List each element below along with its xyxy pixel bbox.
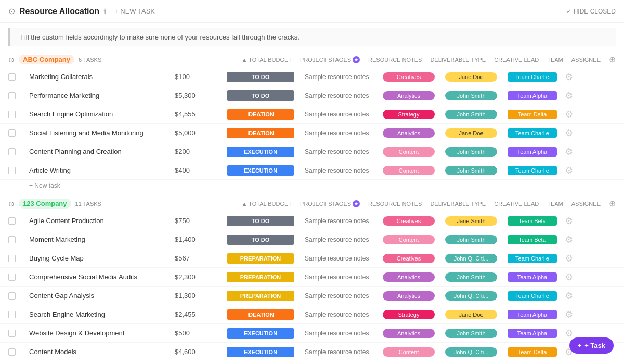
new-task-button[interactable]: + NEW TASK [110,5,159,17]
assignee-icon[interactable]: ⚙ [565,165,573,176]
task-checkbox[interactable] [8,148,29,155]
assignee-icon[interactable]: ⚙ [565,272,573,282]
task-checkbox[interactable] [8,129,29,137]
stages-star: ★ [353,200,360,207]
assignee-icon[interactable]: ⚙ [565,109,573,120]
task-checkbox[interactable] [8,311,29,318]
group-assignee-label: ASSIGNEE [571,57,601,63]
team: Team Charlie [508,166,565,175]
creative-lead-badge: John Q. Citi... [445,347,497,357]
resource-notes: Sample resource notes [305,348,383,356]
task-name: Agile Content Production [29,217,175,225]
assignee[interactable]: ⚙ [565,127,591,139]
assignee-icon[interactable]: ⚙ [565,253,573,264]
creative-lead-badge: John Smith [445,235,497,244]
creative-lead: John Smith [445,147,508,157]
task-checkbox[interactable] [8,167,29,174]
team-badge: Team Charlie [508,166,557,175]
assignee-icon[interactable]: ⚙ [565,147,573,157]
task-checkbox[interactable] [8,92,29,99]
task-stage: EXECUTION [227,165,305,176]
add-column-button[interactable]: ⊕ [609,55,616,64]
task-budget: $4,600 [175,348,227,356]
group-name-abc[interactable]: ABC Company [19,55,74,64]
task-checkbox[interactable] [8,111,29,118]
deliverable-type: Creatives [383,254,445,263]
assignee-icon[interactable]: ⚙ [565,328,573,339]
assignee[interactable]: ⚙ [565,309,591,320]
task-stage: PREPARATION [227,253,305,264]
task-checkbox[interactable] [8,236,29,243]
resource-notes: Sample resource notes [305,311,383,318]
resource-notes: Sample resource notes [305,73,383,81]
main-content: ⊙ ABC Company 6 TASKS ▲ TOTAL BUDGET PRO… [0,51,624,363]
assignee[interactable]: ⚙ [565,215,591,227]
task-stage: EXECUTION [227,347,305,357]
team: Team Delta [508,347,565,357]
team-badge: Team Delta [508,347,557,357]
add-task-row[interactable]: + New task [0,180,624,191]
creative-lead: Jane Doe [445,128,508,138]
resource-notes: Sample resource notes [305,217,383,225]
table-row: Search Engine Marketing $2,455 IDEATION … [0,305,624,324]
group-name-company123[interactable]: 123 Company [19,199,71,209]
assignee[interactable]: ⚙ [565,90,591,101]
resource-notes: Sample resource notes [305,292,383,300]
assignee[interactable]: ⚙ [565,290,591,302]
task-checkbox[interactable] [8,330,29,337]
task-stage: EXECUTION [227,328,305,339]
task-budget: $400 [175,166,227,174]
creative-lead-badge: John Smith [445,110,497,119]
team-badge: Team Alpha [508,272,557,282]
assignee-icon[interactable]: ⚙ [565,309,573,320]
team: Team Charlie [508,128,565,138]
assignee-icon[interactable]: ⚙ [565,235,573,245]
task-checkbox[interactable] [8,73,29,81]
task-budget: $1,400 [175,236,227,243]
task-stage: TO DO [227,235,305,245]
task-stage: IDEATION [227,128,305,138]
add-column-button[interactable]: ⊕ [609,199,616,209]
stage-badge: IDEATION [227,128,294,138]
assignee[interactable]: ⚙ [565,234,591,245]
resource-notes: Sample resource notes [305,148,383,155]
deliverable-type: Content [383,166,445,175]
task-stage: TO DO [227,90,305,101]
task-stage: PREPARATION [227,291,305,301]
team: Team Alpha [508,272,565,282]
creative-lead: John Q. Citi... [445,347,508,357]
assignee[interactable]: ⚙ [565,71,591,83]
assignee[interactable]: ⚙ [565,109,591,120]
assignee-icon[interactable]: ⚙ [565,291,573,301]
task-checkbox[interactable] [8,255,29,262]
task-checkbox[interactable] [8,217,29,225]
info-icon[interactable]: ℹ [103,7,106,16]
group-header-company123: ⊙ 123 Company 11 TASKS ▲ TOTAL BUDGET PR… [0,196,624,212]
task-checkbox[interactable] [8,348,29,356]
task-checkbox[interactable] [8,274,29,281]
task-checkbox[interactable] [8,292,29,300]
hide-closed-button[interactable]: ✓ HIDE CLOSED [566,8,616,15]
team-badge: Team Alpha [508,147,557,157]
group-toggle-abc[interactable]: ⊙ [8,56,15,64]
assignee[interactable]: ⚙ [565,146,591,158]
table-row: Content Gap Analysis $1,300 PREPARATION … [0,287,624,305]
header: ⊙ Resource Allocation ℹ + NEW TASK ✓ HID… [0,0,624,23]
back-icon[interactable]: ⊙ [8,6,15,16]
deliverable-badge: Analytics [383,128,435,138]
add-task-button[interactable]: + + Task [569,337,614,354]
assignee-icon[interactable]: ⚙ [565,216,573,226]
assignee-icon[interactable]: ⚙ [565,128,573,138]
group-assignee-label: ASSIGNEE [571,201,601,207]
deliverable-type: Analytics [383,91,445,100]
assignee[interactable]: ⚙ [565,165,591,176]
table-row: Content Planning and Creation $200 EXECU… [0,142,624,161]
creative-lead: Jane Smith [445,216,508,226]
task-budget: $100 [175,73,227,81]
assignee[interactable]: ⚙ [565,253,591,264]
stage-badge: PREPARATION [227,253,294,264]
assignee-icon[interactable]: ⚙ [565,72,573,82]
group-toggle-company123[interactable]: ⊙ [8,200,15,208]
assignee[interactable]: ⚙ [565,271,591,283]
assignee-icon[interactable]: ⚙ [565,90,573,101]
